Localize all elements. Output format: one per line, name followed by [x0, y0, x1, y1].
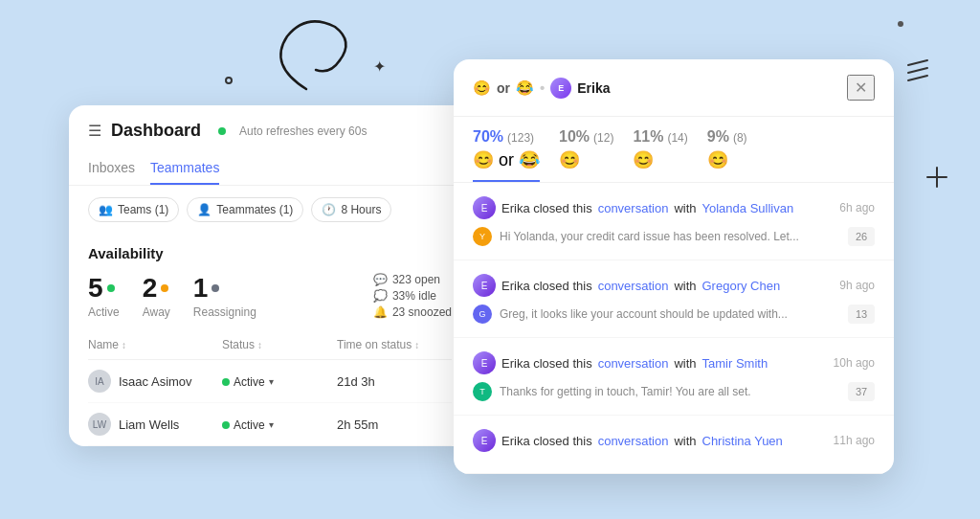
idle-icon: 💭	[373, 289, 388, 303]
mood-percent-2: 11%	[633, 128, 663, 146]
filters-row: 👥 Teams (1) 👤 Teammates (1) 🕐 8 Hours	[69, 186, 471, 234]
avatar-liam: LW	[88, 413, 111, 436]
erika-avatar-0: E	[473, 196, 496, 219]
mood-tab-0[interactable]: 70% (123) 😊 or 😂	[473, 128, 540, 182]
person-link-3[interactable]: Christina Yuen	[702, 434, 783, 448]
th-name: Name ↕	[88, 338, 222, 351]
mood-emoji-0: 😊 or 😂	[473, 149, 540, 170]
emoji2: 😂	[516, 79, 534, 97]
conversation-link-2[interactable]: conversation	[598, 356, 669, 371]
conv-item-title-1: E Erika closed this conversation with Gr…	[473, 274, 780, 297]
status-dot-2	[222, 421, 230, 429]
erika-avatar-1: E	[473, 274, 496, 297]
filter-teams[interactable]: 👥 Teams (1)	[88, 197, 179, 222]
teams-icon: 👥	[99, 203, 113, 216]
conv-time-1: 9h ago	[839, 279, 875, 292]
open-icon: 💬	[373, 273, 388, 286]
conv-item-header-1: E Erika closed this conversation with Gr…	[473, 274, 875, 297]
stat-active: 5 Active	[88, 273, 120, 319]
mood-count-1: (12)	[593, 131, 613, 145]
td-name-2: LW Liam Wells	[88, 413, 222, 436]
stat-away: 2 Away	[143, 273, 170, 319]
tab-inboxes[interactable]: Inboxes	[88, 152, 135, 185]
person-link-1[interactable]: Gregory Chen	[702, 279, 781, 293]
erika-avatar-header: E	[550, 78, 571, 99]
clock-icon: 🕐	[322, 203, 336, 216]
conversation-link-0[interactable]: conversation	[598, 201, 669, 215]
teammates-label: Teammates (1)	[216, 203, 293, 216]
filter-teammates[interactable]: 👤 Teammates (1)	[187, 197, 303, 222]
menu-icon[interactable]: ☰	[88, 122, 101, 140]
conv-badge-1: 13	[848, 305, 875, 324]
refresh-text: Auto refreshes every 60s	[239, 124, 367, 138]
th-status: Status ↕	[222, 338, 337, 351]
hours-label: 8 Hours	[341, 203, 381, 216]
availability-section: Availability 5 Active 2 Away 1	[69, 234, 471, 330]
conv-item-1: E Erika closed this conversation with Gr…	[454, 260, 894, 338]
td-time-1: 21d 3h	[337, 374, 452, 389]
svg-line-2	[908, 60, 927, 65]
erika-avatar-3: E	[473, 429, 496, 452]
away-dot	[161, 284, 168, 292]
mood-count-2: (14)	[667, 131, 687, 145]
conv-item-2: E Erika closed this conversation with Ta…	[454, 338, 894, 416]
conv-badge-0: 26	[848, 227, 875, 246]
mood-count-3: (8)	[733, 131, 747, 145]
open-text: 323 open	[392, 273, 440, 286]
status-badge-1: Active ▾	[222, 375, 274, 389]
dropdown-arrow-1: ▾	[269, 376, 274, 387]
dropdown-arrow-2: ▾	[269, 419, 274, 430]
availability-title: Availability	[88, 245, 452, 261]
table-section: Name ↕ Status ↕ Time on status ↕ IA Isaa…	[69, 330, 471, 446]
tabs-row: Inboxes Teammates	[69, 152, 471, 186]
conv-with-1: with	[674, 279, 696, 293]
sort-name-icon[interactable]: ↕	[122, 340, 126, 350]
td-status-2[interactable]: Active ▾	[222, 417, 337, 432]
active-count: 5	[88, 273, 115, 304]
mood-tab-top-3: 9% (8)	[707, 128, 747, 146]
sort-time-icon[interactable]: ↕	[414, 340, 419, 350]
mood-tab-3[interactable]: 9% (8) 😊	[707, 128, 747, 182]
snoozed-icon: 🔔	[373, 305, 388, 319]
conversation-header: 😊 or 😂 • E Erika ✕	[454, 59, 894, 117]
conv-time-3: 11h ago	[834, 434, 875, 447]
conv-item-title-3: E Erika closed this conversation with Ch…	[473, 429, 783, 452]
mood-tab-1[interactable]: 10% (12) 😊	[559, 128, 613, 182]
dot-separator: •	[540, 79, 545, 96]
conv-badge-2: 37	[848, 382, 875, 401]
status-indicator	[218, 127, 226, 135]
td-status-1[interactable]: Active ▾	[222, 374, 337, 389]
svg-line-4	[908, 76, 927, 80]
close-button[interactable]: ✕	[847, 75, 875, 101]
td-name-1: IA Isaac Asimov	[88, 370, 222, 393]
mood-percent-3: 9%	[707, 128, 729, 146]
away-count: 2	[143, 273, 169, 304]
preview-avatar-1: G	[473, 305, 492, 324]
mood-tab-top-0: 70% (123)	[473, 128, 534, 146]
preview-text-0: Hi Yolanda, your credit card issue has b…	[500, 230, 840, 243]
preview-text-1: Greg, it looks like your account should …	[500, 307, 840, 321]
preview-avatar-2: T	[473, 382, 492, 401]
reassigning-count: 1	[193, 273, 220, 304]
erika-prefix-2: Erika closed this	[501, 356, 592, 371]
avatar-isaac: IA	[88, 370, 111, 393]
filter-hours[interactable]: 🕐 8 Hours	[311, 197, 391, 222]
table-header: Name ↕ Status ↕ Time on status ↕	[88, 330, 452, 360]
active-dot	[107, 284, 115, 292]
person-link-0[interactable]: Yolanda Sullivan	[702, 201, 794, 215]
open-stat: 💬 323 open	[373, 273, 452, 286]
status-badge-2: Active ▾	[222, 418, 274, 432]
conversation-title: 😊 or 😂 • E Erika	[473, 78, 839, 99]
stat-reassigning: 1 Reassigning	[193, 273, 256, 319]
teams-label: Teams (1)	[118, 203, 168, 216]
svg-line-3	[908, 68, 927, 73]
sort-status-icon[interactable]: ↕	[257, 340, 262, 350]
conv-with-2: with	[674, 356, 696, 371]
snoozed-text: 23 snoozed	[392, 305, 452, 319]
conversation-link-3[interactable]: conversation	[598, 434, 669, 448]
conversation-link-1[interactable]: conversation	[598, 279, 669, 293]
mood-tab-2[interactable]: 11% (14) 😊	[633, 128, 687, 182]
person-link-2[interactable]: Tamir Smith	[702, 356, 768, 371]
mood-tab-top-2: 11% (14)	[633, 128, 687, 146]
tab-teammates[interactable]: Teammates	[150, 152, 219, 185]
